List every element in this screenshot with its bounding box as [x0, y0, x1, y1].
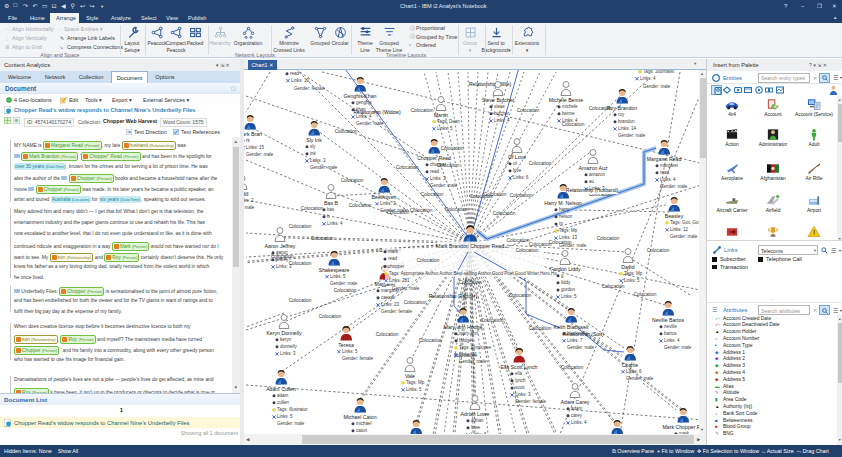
svg-text:m: m — [559, 221, 563, 226]
svg-text:David: David — [621, 264, 634, 270]
svg-text:Mark Chopper Re: Mark Chopper Re — [663, 424, 699, 430]
svg-text:Gender: male: Gender: male — [626, 376, 654, 381]
svg-text:lynch: lynch — [515, 378, 526, 383]
svg-text:Mary-ann Hodge: Mary-ann Hodge — [444, 324, 483, 330]
svg-text:read: read — [430, 169, 440, 174]
svg-text:sly: sly — [310, 144, 316, 149]
svg-text:Adam Carey: Adam Carey — [561, 399, 590, 405]
svg-text:Amazon Auz: Amazon Auz — [578, 165, 608, 171]
svg-text:Mark Bran: Mark Bran — [244, 131, 262, 137]
svg-text:Gender: male: Gender: male — [643, 84, 671, 89]
svg-text:benne: benne — [562, 111, 575, 116]
svg-text:Harry M. Nelson: Harry M. Nelson — [544, 200, 582, 206]
svg-text:Colocation: Colocation — [445, 207, 468, 212]
svg-text:Colocation: Colocation — [509, 293, 532, 298]
svg-text:Links: 3: Links: 3 — [276, 264, 292, 269]
svg-text:Colocation: Colocation — [289, 298, 312, 303]
svg-text:Links: 6: Links: 6 — [513, 175, 529, 180]
svg-text:Links: 5: Links: 5 — [437, 126, 453, 131]
svg-text:lowe: lowe — [471, 425, 481, 430]
svg-text:cullen: cullen — [277, 400, 289, 405]
svg-text:Gender: male: Gender: male — [380, 208, 408, 213]
svg-text:Links: 3: Links: 3 — [589, 186, 605, 191]
svg-text:b: b — [327, 214, 330, 219]
svg-text:Links: 3: Links: 3 — [430, 176, 446, 181]
svg-text:Tags: Dean: Tags: Dean — [437, 119, 460, 124]
svg-text:michael: michael — [356, 421, 372, 426]
svg-text:Gender: male: Gender: male — [246, 152, 274, 157]
svg-text:Gender: male: Gender: male — [618, 133, 646, 138]
svg-text:Colocation: Colocation — [441, 146, 464, 151]
svg-text:read: read — [388, 256, 398, 261]
svg-text:Ella Scott Lynch: Ella Scott Lynch — [500, 364, 537, 370]
svg-text:Gender: female: Gender: female — [381, 309, 413, 314]
svg-text:Tags: Mp: Tags: Mp — [624, 271, 643, 276]
svg-text:Links: 2: Links: 2 — [244, 198, 254, 203]
svg-text:neville: neville — [664, 324, 677, 329]
svg-text:Bas B: Bas B — [324, 200, 338, 206]
svg-text:Keith Blackwell: Keith Blackwell — [554, 324, 589, 330]
svg-text:michele: michele — [562, 104, 578, 109]
svg-text:Gender: male: Gender: male — [310, 165, 338, 170]
svg-text:Colocation: Colocation — [419, 338, 442, 343]
svg-text:amazon: amazon — [589, 172, 606, 177]
svg-text:of: of — [513, 161, 518, 166]
svg-text:Colocation: Colocation — [311, 236, 334, 241]
svg-text:au: au — [589, 179, 595, 184]
svg-text:Sly Ink: Sly Ink — [306, 137, 322, 143]
svg-text:scott: scott — [515, 385, 525, 390]
svg-text:bartos: bartos — [664, 331, 677, 336]
svg-text:carey: carey — [571, 413, 583, 418]
svg-text:Colocation: Colocation — [517, 108, 540, 113]
svg-text:Colocation: Colocation — [529, 326, 552, 331]
svg-text:Colocation: Colocation — [493, 211, 516, 216]
svg-text:Colocation: Colocation — [376, 332, 399, 337]
svg-text:Shakespeare: Shakespeare — [319, 267, 350, 273]
svg-text:adam: adam — [277, 393, 289, 398]
svg-text:Links: 5: Links: 5 — [406, 387, 422, 392]
svg-text:Michele Benne: Michele Benne — [549, 97, 583, 103]
svg-text:Colocation: Colocation — [597, 236, 620, 241]
svg-text:jeffrey: jeffrey — [275, 257, 289, 262]
svg-text:Colocation: Colocation — [516, 248, 539, 253]
svg-text:hodge: hodge — [459, 338, 472, 343]
svg-text:Vale: Vale — [405, 373, 415, 379]
svg-text:g: g — [561, 273, 564, 278]
svg-text:er: male: er: male — [244, 205, 255, 210]
svg-text:Colocation: Colocation — [481, 318, 504, 323]
svg-text:rk: rk — [246, 138, 250, 143]
svg-text:Colocation: Colocation — [335, 129, 358, 134]
svg-text:read: read — [660, 170, 670, 175]
svg-text:Keryn Donnelly: Keryn Donnelly — [266, 330, 302, 336]
svg-text:Colocation: Colocation — [459, 280, 482, 285]
svg-text:Colocation: Colocation — [529, 161, 552, 166]
svg-text:Colocation: Colocation — [602, 284, 625, 289]
svg-text:Links: 4: Links: 4 — [664, 338, 680, 343]
svg-text:Links: 3: Links: 3 — [515, 392, 531, 397]
svg-text:Colocation: Colocation — [421, 192, 444, 197]
svg-text:keryn: keryn — [280, 337, 292, 342]
svg-text:Tags: Employee: Tags: Employee — [459, 345, 492, 350]
svg-text:Gender: female: Gender: female — [515, 399, 547, 404]
svg-text:adrian: adrian — [471, 418, 484, 423]
svg-text:Colocation: Colocation — [510, 193, 533, 198]
svg-text:Links: 3: Links: 3 — [380, 201, 396, 206]
svg-text:ink: ink — [310, 151, 317, 156]
svg-text:Colocation: Colocation — [410, 208, 433, 213]
svg-text:Links: 14: Links: 14 — [618, 126, 637, 131]
svg-text:Tags: Mp: Tags: Mp — [559, 228, 578, 233]
svg-text:Tags: Mp: Tags: Mp — [406, 380, 425, 385]
svg-text:brandon: brandon — [618, 119, 635, 124]
svg-text:Mark Brandon Chopper Read: Mark Brandon Chopper Read — [436, 243, 504, 249]
svg-text:nelson: nelson — [559, 214, 573, 219]
svg-text:chopper: chopper — [388, 264, 405, 269]
svg-text:mark: mark — [388, 249, 399, 254]
svg-text:donnelly: donnelly — [280, 344, 298, 349]
svg-text:Links: 5: Links: 5 — [624, 278, 640, 283]
svg-text:margaret: margaret — [660, 163, 679, 168]
svg-text:Links: 4: Links: 4 — [327, 221, 343, 226]
svg-text:mary-ann: mary-ann — [459, 331, 479, 336]
svg-text:Links: 4: Links: 4 — [571, 420, 587, 425]
svg-text:Gender: male: Gender: male — [567, 345, 595, 350]
svg-text:Colocation: Colocation — [341, 178, 364, 183]
